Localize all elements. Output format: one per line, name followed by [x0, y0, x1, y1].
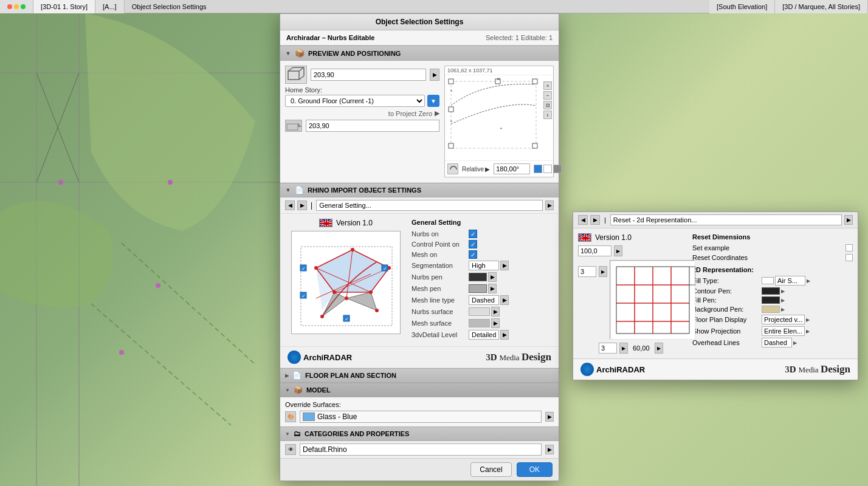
rhino-nav-next[interactable]: ▶ [297, 200, 307, 210]
show-projection-arrow[interactable]: ▶ [806, 329, 810, 334]
tab-3d-story[interactable]: [3D-01 1. Story] [33, 0, 95, 13]
categories-toggle[interactable]: ▼ [285, 431, 290, 437]
preview-check-3[interactable] [553, 165, 562, 173]
categories-section-header: ▼ 🗂 CATEGORIES AND PROPERTIES [280, 426, 559, 441]
background-pen-arrow[interactable]: ▶ [781, 307, 785, 312]
fill-type-value[interactable]: Air S... ▶ [762, 276, 810, 286]
dim-input-2[interactable] [578, 266, 596, 277]
tab-a[interactable]: [A...] [95, 0, 125, 13]
show-projection-value[interactable]: Entire Elen... ▶ [762, 326, 810, 336]
x-position-control[interactable]: ▶ [430, 69, 439, 81]
model-section-content: Override Surfaces: 🎨 Glass - Blue ▶ [280, 397, 559, 426]
svg-point-50 [351, 248, 354, 252]
second-media-design-text: 3D Media Design [785, 364, 850, 374]
rhino-toggle[interactable]: ▼ [285, 187, 291, 193]
surface-dropdown-arrow[interactable]: ▶ [545, 412, 554, 422]
rhino-preview: Version 1.0 [285, 219, 407, 341]
relative-button[interactable]: Relative ▶ [462, 166, 490, 173]
nurbs-surface-swatch[interactable]: ▶ [469, 307, 500, 317]
preview-section-icon: 📦 [295, 49, 305, 58]
floor-plan-display-arrow[interactable]: ▶ [806, 317, 810, 323]
preview-zoom-in[interactable]: + [543, 81, 552, 90]
background-pen-row: Background Pen: ▶ [692, 306, 853, 313]
set-example-label: Set example [692, 244, 843, 252]
second-nav-next[interactable]: ▶ [590, 215, 600, 225]
fill-pen-value[interactable]: ▶ [762, 296, 785, 304]
reset-coordinates-check[interactable] [846, 254, 853, 261]
fill-pen-arrow[interactable]: ▶ [781, 298, 785, 303]
svg-text:✓: ✓ [345, 317, 349, 322]
background-pen-value[interactable]: ▶ [762, 306, 785, 313]
dim-input-1[interactable] [578, 245, 611, 256]
nurbs-pen-arrow[interactable]: ▶ [488, 272, 497, 282]
second-nav-arrow[interactable]: ▶ [844, 215, 853, 225]
floor-plan-toggle[interactable]: ▶ [285, 373, 289, 378]
floor-plan-display-value[interactable]: Projected v... ▶ [762, 315, 810, 324]
minimize-dot[interactable] [14, 4, 19, 9]
tab-marquee[interactable]: [3D / Marquee, All Stories] [775, 0, 868, 13]
surface-icon-btn[interactable]: 🎨 [285, 411, 296, 422]
categories-icon-btn[interactable]: 👁 [285, 444, 296, 455]
preview-check-1[interactable] [534, 165, 542, 173]
floor-plan-label: FLOOR PLAN AND SECTION [305, 372, 396, 379]
preview-rotate-icon[interactable] [447, 163, 458, 174]
3dv-detail-dropdown[interactable]: Detailed ▶ [469, 330, 509, 340]
svg-text:+: + [450, 88, 453, 94]
setting-mesh-on-check[interactable]: ✓ [469, 250, 477, 259]
rhino-nav-arrow[interactable]: ▶ [545, 200, 554, 210]
preview-check-2[interactable] [543, 165, 552, 173]
dim-arrow-4[interactable]: ▶ [655, 343, 663, 354]
nurbs-surface-arrow[interactable]: ▶ [491, 307, 500, 317]
fill-type-arrow[interactable]: ▶ [807, 278, 810, 284]
mesh-pen-arrow[interactable]: ▶ [488, 284, 497, 293]
mesh-pen-swatch[interactable]: ▶ [469, 284, 497, 293]
preview-fit[interactable]: ⊡ [543, 101, 552, 109]
setting-mesh-pen: Mesh pen ▶ [412, 284, 554, 293]
preview-zoom-out[interactable]: − [543, 91, 552, 100]
overhead-lines-arrow[interactable]: ▶ [793, 340, 797, 346]
dialog-titlebar: Object Selection Settings [280, 14, 559, 30]
mesh-surface-swatch[interactable]: ▶ [469, 318, 500, 328]
cancel-button[interactable]: Cancel [470, 462, 511, 477]
setting-nurbs-on-check[interactable]: ✓ [469, 230, 477, 238]
home-story-select[interactable]: 0. Ground Floor (Current -1) [285, 95, 425, 107]
preview-toggle[interactable]: ▼ [285, 50, 291, 56]
overhead-lines-text: Dashed [762, 338, 792, 347]
3dv-detail-arrow[interactable]: ▶ [500, 330, 509, 340]
home-story-dropdown-btn[interactable]: ▼ [427, 95, 439, 107]
rhino-nav-prev[interactable]: ◀ [285, 200, 295, 210]
ok-button[interactable]: OK [517, 462, 553, 477]
model-toggle[interactable]: ▼ [285, 388, 290, 393]
dim-arrow-3[interactable]: ▶ [619, 343, 628, 354]
x-position-input[interactable] [311, 69, 426, 81]
dim-input-3[interactable] [599, 343, 617, 354]
set-example-row: Set example [692, 244, 853, 252]
set-example-check[interactable] [846, 244, 853, 252]
dim-arrow-1[interactable]: ▶ [614, 245, 622, 256]
nurbs-pen-box [469, 273, 487, 281]
archiradar-text: ArchiRADAR [303, 353, 352, 362]
contour-pen-value[interactable]: ▶ [762, 287, 785, 295]
close-dot[interactable] [7, 4, 12, 9]
mesh-surface-arrow[interactable]: ▶ [491, 318, 500, 328]
mesh-line-type-dropdown[interactable]: Dashed ▶ [469, 295, 509, 305]
second-nav-prev[interactable]: ◀ [578, 215, 588, 225]
setting-nurbs-on-label: Nurbs on [412, 230, 466, 238]
dim-arrow-2[interactable]: ▶ [599, 266, 607, 277]
tab-elevation[interactable]: [South Elevation] [709, 0, 775, 13]
preview-section-label: PREVIEW AND POSITIONING [308, 50, 401, 57]
category-dropdown-arrow[interactable]: ▶ [545, 445, 554, 454]
preview-info[interactable]: i [543, 111, 552, 119]
angle-input[interactable] [494, 163, 530, 174]
nurbs-pen-swatch[interactable]: ▶ [469, 272, 497, 282]
svg-text:+: + [500, 126, 503, 131]
setting-control-point-check[interactable]: ✓ [469, 240, 477, 248]
segmentation-arrow[interactable]: ▶ [500, 261, 509, 270]
category-select[interactable]: Default.Rhino [300, 443, 542, 456]
overhead-lines-value[interactable]: Dashed ▶ [762, 338, 797, 347]
setting-segmentation-dropdown[interactable]: High ▶ [469, 261, 509, 270]
zoom-dot[interactable] [21, 4, 26, 9]
mesh-line-type-arrow[interactable]: ▶ [500, 295, 509, 305]
contour-pen-arrow[interactable]: ▶ [781, 289, 785, 294]
z-position-input[interactable] [306, 120, 439, 132]
